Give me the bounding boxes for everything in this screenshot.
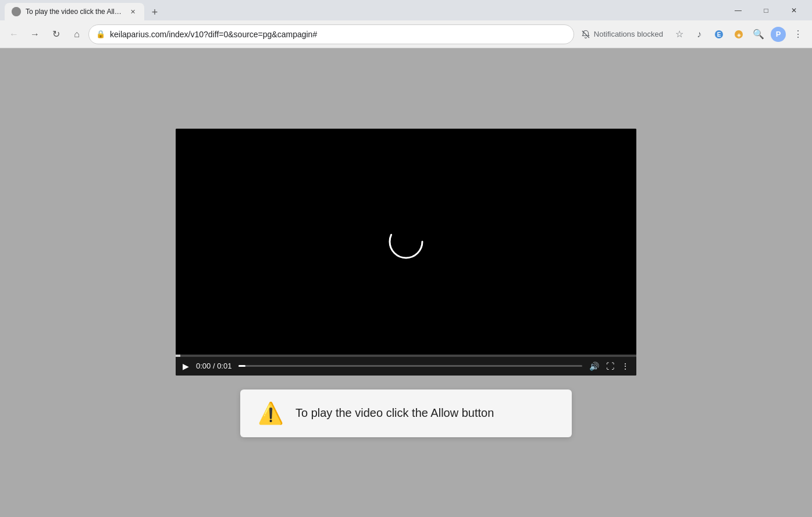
bell-slash-icon — [581, 30, 590, 39]
loading-spinner — [386, 221, 426, 262]
bookmark-button[interactable]: ☆ — [670, 25, 689, 44]
extension-music-button[interactable]: ♪ — [690, 25, 708, 44]
svg-point-8 — [390, 225, 422, 258]
back-button[interactable]: ← — [5, 25, 23, 44]
page-content: ▶ 0:00 / 0:01 🔊 ⛶ ⋮ ⚠️ To play the video… — [0, 48, 812, 517]
video-screen — [176, 129, 636, 355]
menu-button[interactable]: ⋮ — [789, 25, 807, 44]
progress-bar-fill — [238, 365, 245, 367]
profile-button[interactable]: P — [769, 25, 788, 44]
more-options-button[interactable]: ⋮ — [621, 362, 629, 371]
svg-text:E: E — [717, 31, 721, 38]
toolbar-icons: ☆ ♪ E ◈ 🔍 P ⋮ — [670, 25, 807, 44]
tab-title: To play the video click the Allow — [26, 8, 123, 16]
tab-strip: To play the video click the Allow ✕ + — [5, 0, 725, 20]
video-controls-bar: ▶ 0:00 / 0:01 🔊 ⛶ ⋮ — [176, 357, 636, 376]
title-bar: To play the video click the Allow ✕ + — … — [0, 0, 812, 20]
tab-favicon — [12, 7, 21, 16]
profile-avatar: P — [771, 27, 786, 42]
extension-button[interactable]: E — [710, 25, 728, 44]
play-button[interactable]: ▶ — [183, 362, 189, 371]
minimize-button[interactable]: — — [725, 1, 752, 20]
progress-bar[interactable] — [238, 365, 582, 367]
browser-toolbar: ← → ↻ ⌂ 🔒 keilaparius.com/index/v10?diff… — [0, 20, 812, 48]
refresh-button[interactable]: ↻ — [47, 25, 65, 44]
video-player: ▶ 0:00 / 0:01 🔊 ⛶ ⋮ — [176, 129, 636, 376]
notifications-blocked: Notifications blocked — [576, 30, 668, 39]
svg-text:◈: ◈ — [737, 32, 741, 38]
notification-message: To play the video click the Allow button — [295, 406, 494, 420]
close-button[interactable]: ✕ — [781, 1, 807, 20]
video-progress-timeline[interactable] — [176, 355, 636, 357]
notification-box: ⚠️ To play the video click the Allow but… — [240, 389, 572, 437]
volume-button[interactable]: 🔊 — [589, 362, 599, 371]
lock-icon: 🔒 — [96, 30, 105, 38]
warning-icon: ⚠️ — [258, 401, 284, 426]
window-controls: — □ ✕ — [725, 1, 807, 20]
video-progress-fill — [176, 355, 180, 357]
new-tab-button[interactable]: + — [147, 4, 163, 20]
home-button[interactable]: ⌂ — [67, 25, 86, 44]
time-display: 0:00 / 0:01 — [196, 362, 232, 370]
active-tab[interactable]: To play the video click the Allow ✕ — [5, 3, 144, 20]
tab-close-button[interactable]: ✕ — [128, 7, 137, 16]
url-text: keilaparius.com/index/v10?diff=0&source=… — [110, 30, 567, 39]
forward-button[interactable]: → — [26, 25, 44, 44]
address-bar[interactable]: 🔒 keilaparius.com/index/v10?diff=0&sourc… — [88, 24, 574, 44]
notif-blocked-text: Notifications blocked — [594, 30, 663, 38]
maximize-button[interactable]: □ — [753, 1, 779, 20]
search-button[interactable]: 🔍 — [749, 25, 768, 44]
extension2-button[interactable]: ◈ — [729, 25, 748, 44]
fullscreen-button[interactable]: ⛶ — [606, 362, 614, 371]
